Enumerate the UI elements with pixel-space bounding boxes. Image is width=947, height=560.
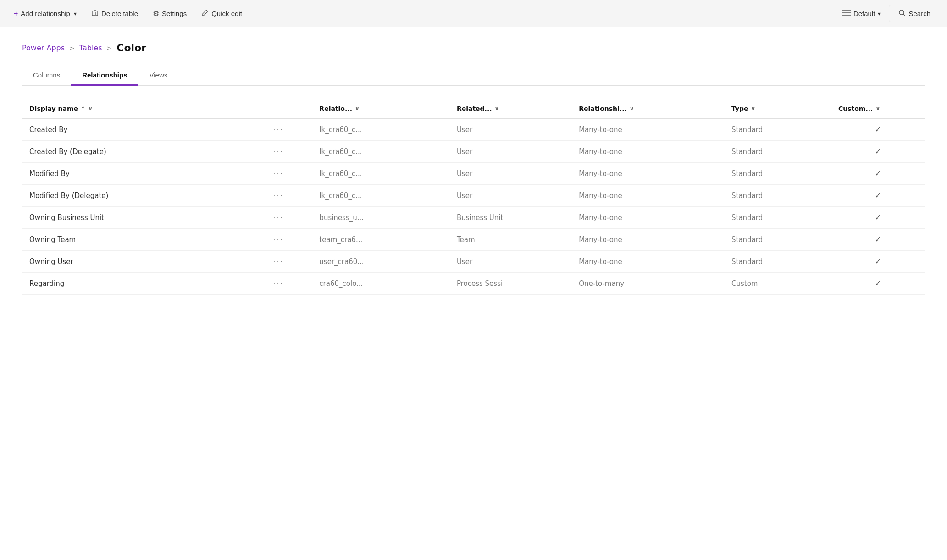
breadcrumb-sep-2: > [107, 44, 112, 52]
cell-custom-check: ✓ [831, 141, 925, 163]
delete-table-button[interactable]: Delete table [85, 5, 144, 22]
col-related[interactable]: Related... ∨ [449, 100, 571, 118]
col-ellipsis-header [266, 100, 312, 118]
cell-type: Standard [724, 141, 831, 163]
settings-button[interactable]: ⚙ Settings [146, 5, 193, 22]
breadcrumb-powerapps[interactable]: Power Apps [22, 44, 65, 52]
cell-relationship: Many-to-one [571, 251, 724, 273]
cell-display-name: Regarding [22, 273, 266, 295]
add-dropdown-icon: ▾ [74, 11, 77, 17]
table-header-row: Display name ↑ ∨ Relatio... ∨ [22, 100, 925, 118]
filter-relation-icon: ∨ [355, 105, 360, 112]
filter-relationship-icon: ∨ [630, 105, 634, 112]
filter-related-icon: ∨ [495, 105, 499, 112]
cell-relation: cra60_colo... [312, 273, 449, 295]
default-dropdown-icon: ▾ [878, 11, 881, 17]
cell-custom-check: ✓ [831, 251, 925, 273]
sort-asc-icon: ↑ [81, 105, 85, 112]
table-row: Created By ··· lk_cra60_c... User Many-t… [22, 118, 925, 141]
col-custom[interactable]: Custom... ∨ [831, 100, 925, 118]
cell-row-menu[interactable]: ··· [266, 118, 312, 141]
cell-related: Team [449, 229, 571, 251]
cell-type: Standard [724, 229, 831, 251]
cell-display-name: Owning Team [22, 229, 266, 251]
cell-relation: lk_cra60_c... [312, 118, 449, 141]
cell-custom-check: ✓ [831, 185, 925, 207]
cell-type: Standard [724, 163, 831, 185]
svg-rect-0 [92, 11, 98, 16]
settings-icon: ⚙ [153, 9, 159, 18]
menu-icon [842, 10, 851, 17]
add-relationship-button[interactable]: + Add relationship ▾ [7, 6, 83, 22]
cell-type: Standard [724, 118, 831, 141]
col-relation[interactable]: Relatio... ∨ [312, 100, 449, 118]
table-row: Modified By ··· lk_cra60_c... User Many-… [22, 163, 925, 185]
cell-relationship: One-to-many [571, 273, 724, 295]
cell-related: User [449, 118, 571, 141]
cell-related: User [449, 163, 571, 185]
cell-custom-check: ✓ [831, 207, 925, 229]
cell-relationship: Many-to-one [571, 207, 724, 229]
tab-views[interactable]: Views [138, 66, 179, 86]
cell-relation: lk_cra60_c... [312, 141, 449, 163]
cell-custom-check: ✓ [831, 273, 925, 295]
cell-row-menu[interactable]: ··· [266, 185, 312, 207]
cell-related: User [449, 185, 571, 207]
cell-display-name: Owning User [22, 251, 266, 273]
breadcrumb: Power Apps > Tables > Color [22, 42, 925, 54]
cell-relation: lk_cra60_c... [312, 163, 449, 185]
cell-type: Standard [724, 251, 831, 273]
cell-related: User [449, 141, 571, 163]
cell-custom-check: ✓ [831, 118, 925, 141]
breadcrumb-current: Color [116, 42, 146, 54]
edit-icon [201, 9, 209, 18]
cell-custom-check: ✓ [831, 163, 925, 185]
toolbar: + Add relationship ▾ Delete table ⚙ Sett… [0, 0, 947, 27]
cell-row-menu[interactable]: ··· [266, 207, 312, 229]
cell-row-menu[interactable]: ··· [266, 273, 312, 295]
cell-type: Standard [724, 185, 831, 207]
plus-icon: + [14, 10, 18, 18]
cell-row-menu[interactable]: ··· [266, 229, 312, 251]
cell-relationship: Many-to-one [571, 118, 724, 141]
default-button[interactable]: Default ▾ [836, 6, 887, 21]
col-relationship[interactable]: Relationshi... ∨ [571, 100, 724, 118]
table-row: Owning Team ··· team_cra6... Team Many-t… [22, 229, 925, 251]
cell-display-name: Modified By [22, 163, 266, 185]
cell-type: Custom [724, 273, 831, 295]
col-display-name[interactable]: Display name ↑ ∨ [22, 100, 266, 118]
filter-display-icon: ∨ [88, 105, 93, 112]
cell-row-menu[interactable]: ··· [266, 141, 312, 163]
relationships-table: Display name ↑ ∨ Relatio... ∨ [22, 100, 925, 295]
table-row: Owning Business Unit ··· business_u... B… [22, 207, 925, 229]
cell-display-name: Created By [22, 118, 266, 141]
table-row: Modified By (Delegate) ··· lk_cra60_c...… [22, 185, 925, 207]
cell-related: Process Sessi [449, 273, 571, 295]
cell-relationship: Many-to-one [571, 229, 724, 251]
cell-related: Business Unit [449, 207, 571, 229]
cell-relation: business_u... [312, 207, 449, 229]
table-row: Created By (Delegate) ··· lk_cra60_c... … [22, 141, 925, 163]
filter-type-icon: ∨ [751, 105, 756, 112]
tab-columns[interactable]: Columns [22, 66, 71, 86]
breadcrumb-tables[interactable]: Tables [79, 44, 102, 52]
tab-relationships[interactable]: Relationships [71, 66, 138, 86]
breadcrumb-sep-1: > [69, 44, 75, 52]
cell-relation: user_cra60... [312, 251, 449, 273]
cell-custom-check: ✓ [831, 229, 925, 251]
search-button[interactable]: Search [889, 5, 940, 22]
cell-relation: lk_cra60_c... [312, 185, 449, 207]
cell-related: User [449, 251, 571, 273]
col-type[interactable]: Type ∨ [724, 100, 831, 118]
cell-relation: team_cra6... [312, 229, 449, 251]
search-icon [898, 9, 906, 18]
cell-relationship: Many-to-one [571, 163, 724, 185]
content-area: Power Apps > Tables > Color Columns Rela… [0, 27, 947, 309]
quick-edit-button[interactable]: Quick edit [195, 5, 249, 22]
table-row: Regarding ··· cra60_colo... Process Sess… [22, 273, 925, 295]
cell-row-menu[interactable]: ··· [266, 251, 312, 273]
cell-display-name: Created By (Delegate) [22, 141, 266, 163]
cell-row-menu[interactable]: ··· [266, 163, 312, 185]
cell-display-name: Owning Business Unit [22, 207, 266, 229]
filter-custom-icon: ∨ [875, 105, 880, 112]
